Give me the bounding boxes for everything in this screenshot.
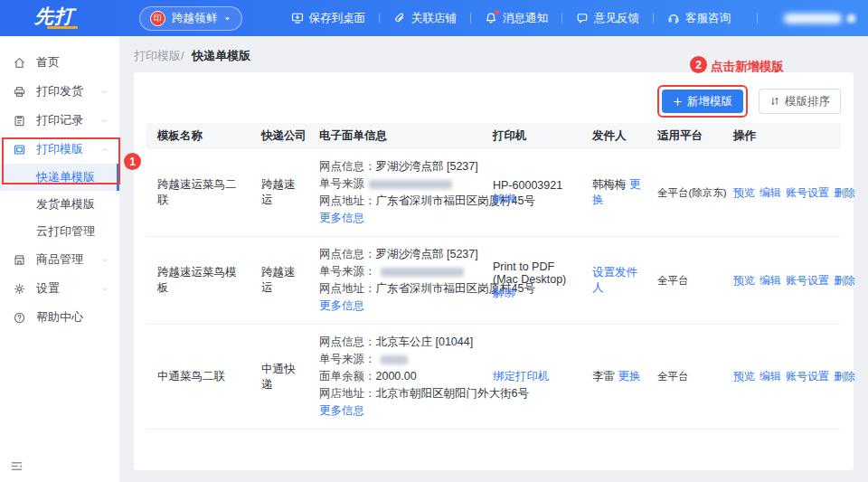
waybill-info: 网点信息：北京车公庄 [01044]单号来源：面单余额：2000.00网店地址：… [308, 334, 482, 420]
unbind-printer-link[interactable]: 解绑 [493, 287, 515, 299]
change-sender-link[interactable]: 更换 [618, 370, 640, 383]
delete-link[interactable]: 删除 [834, 273, 855, 288]
topbar-feedback[interactable]: 意见反馈 [576, 11, 639, 26]
waybill-value: 罗湖沙湾点部 [5237] [376, 246, 478, 263]
delete-link[interactable]: 删除 [834, 369, 855, 384]
main-content: 打印模版/ 快递单模版 新增模版 [119, 36, 868, 482]
sidebar-subitem-express-template[interactable]: 快递单模版 [0, 164, 119, 191]
more-info-link[interactable]: 更多信息 [319, 210, 476, 227]
sidebar-item-help[interactable]: 帮助中心 [0, 303, 119, 332]
account-settings-link[interactable]: 账号设置 [786, 185, 829, 201]
add-template-button[interactable]: 新增模版 [662, 90, 743, 113]
applicable-platform: 全平台 [646, 370, 722, 383]
account-settings-link[interactable]: 账号设置 [786, 369, 829, 384]
row-actions: 预览编辑账号设置删除 [722, 185, 861, 201]
more-info-link[interactable]: 更多信息 [319, 298, 476, 315]
annotation-highlight-box-2: 新增模版 [657, 85, 748, 118]
waybill-line: 网点信息：罗湖沙湾点部 [5237] [319, 158, 476, 175]
waybill-line: 单号来源： [319, 263, 476, 280]
preview-link[interactable]: 预览 [733, 185, 755, 201]
breadcrumb-parent[interactable]: 打印模版/ [134, 49, 184, 62]
printer-name: Print to PDF (Mac Desktop) [493, 260, 566, 286]
unbind-printer-link[interactable]: 解绑 [493, 193, 515, 205]
waybill-line: 单号来源 [319, 175, 476, 193]
home-icon [13, 56, 26, 70]
sidebar-item-label: 打印发货 [36, 83, 100, 99]
shop-selector[interactable]: 印 跨越领鲜 [139, 6, 242, 31]
topbar-notifications[interactable]: 消息通知 [485, 11, 548, 26]
waybill-label: 单号来源 [319, 175, 364, 193]
column-header-0: 模板名称 [146, 128, 250, 144]
shop-seal-icon: 印 [150, 11, 165, 26]
sidebar-item-label: 打印模版 [36, 141, 100, 157]
delete-link[interactable]: 删除 [834, 185, 855, 201]
waybill-value: 北京车公庄 [01044] [376, 334, 474, 351]
templates-table: 模板名称快递公司电子面单信息打印机发件人适用平台操作 跨越速运菜鸟二联跨越速运网… [146, 123, 841, 430]
waybill-label: 网点地址： [319, 193, 376, 210]
topbar-save-desktop[interactable]: 保存到桌面 [291, 11, 366, 26]
sidebar-item-print-records[interactable]: 打印记录 [0, 106, 119, 135]
template-icon [13, 143, 26, 156]
waybill-label: 网点信息： [319, 158, 376, 175]
row-actions: 预览编辑账号设置删除 [722, 273, 861, 288]
account-settings-link[interactable]: 账号设置 [786, 273, 829, 288]
sidebar-subitem-label: 云打印管理 [36, 223, 95, 240]
topbar-link-shop[interactable]: 关联店铺 [393, 11, 457, 26]
logo-underline [47, 26, 78, 29]
sidebar-item-label: 首页 [36, 54, 108, 71]
waybill-label: 网点地址： [319, 280, 376, 298]
sidebar-item-print-templates[interactable]: 打印模版 [0, 135, 119, 164]
topbar-menu: 保存到桌面关联店铺消息通知意见反馈客服咨询 [291, 11, 744, 26]
user-account-redacted[interactable] [784, 14, 842, 24]
printer-name: HP-60003921 [493, 179, 562, 192]
table-body: 跨越速运菜鸟二联跨越速运网点信息：罗湖沙湾点部 [5237]单号来源网点地址：广… [146, 149, 841, 430]
edit-link[interactable]: 编辑 [760, 273, 781, 288]
sort-templates-label: 模版排序 [785, 94, 830, 109]
sidebar-item-settings[interactable]: 设置 [0, 274, 119, 303]
applicable-platform: 全平台 [646, 274, 722, 288]
sidebar-item-print-shipping[interactable]: 打印发货 [0, 77, 119, 106]
sender-cell: 设置发件人 [581, 265, 646, 296]
clipboard-icon [13, 114, 26, 128]
gear-icon [13, 282, 26, 296]
column-header-2: 电子面单信息 [308, 128, 482, 144]
sidebar-item-products[interactable]: 商品管理 [0, 245, 119, 274]
topbar-support-label: 客服咨询 [685, 11, 731, 26]
chevron-down-icon [100, 88, 108, 96]
topbar-support[interactable]: 客服咨询 [667, 11, 731, 26]
waybill-line: 单号来源： [319, 351, 476, 368]
annotation-step-2-badge: 2 [690, 56, 707, 73]
preview-link[interactable]: 预览 [733, 273, 755, 288]
template-list-card: 新增模版 模版排序 模板名称快递公司电子面单信息打印机发件人适用平台操作 跨越速… [134, 72, 854, 470]
bind-printer-link[interactable]: 绑定打印机 [493, 370, 550, 383]
table-row: 跨越速运菜鸟二联跨越速运网点信息：罗湖沙湾点部 [5237]单号来源网点地址：广… [146, 149, 841, 237]
edit-link[interactable]: 编辑 [760, 369, 781, 384]
paperclip-icon [393, 12, 406, 24]
sidebar-subitem-shipping-template[interactable]: 发货单模版 [0, 191, 119, 218]
logo-text: 先打 [34, 7, 119, 25]
user-caret-redacted [847, 14, 855, 23]
waybill-info: 网点信息：罗湖沙湾点部 [5237]单号来源：网点地址：广东省深圳市福田区岗厦村… [308, 246, 482, 315]
edit-link[interactable]: 编辑 [760, 185, 781, 201]
chevron-down-icon [100, 285, 108, 293]
annotation-step-2-text: 点击新增模版 [711, 59, 784, 75]
waybill-label: 网店地址： [319, 385, 376, 402]
preview-link[interactable]: 预览 [733, 369, 755, 384]
sidebar-subitem-cloud-print[interactable]: 云打印管理 [0, 218, 119, 245]
set-sender-link[interactable]: 设置发件人 [592, 266, 637, 294]
template-name: 跨越速运菜鸟二联 [146, 177, 250, 208]
chevron-down-icon [100, 117, 108, 125]
divider [470, 13, 471, 24]
sort-templates-button[interactable]: 模版排序 [759, 89, 841, 114]
sidebar-item-home[interactable]: 首页 [0, 48, 119, 77]
waybill-label: 网点信息： [319, 334, 376, 351]
sidebar-item-label: 商品管理 [36, 251, 100, 268]
plus-icon [673, 97, 683, 107]
collapse-sidebar-icon[interactable] [10, 459, 24, 473]
brand-logo: 先打 [0, 7, 119, 29]
divider [653, 13, 654, 24]
more-info-link[interactable]: 更多信息 [319, 402, 476, 420]
sender-cell: 李雷 更换 [581, 369, 646, 384]
waybill-label: 网点信息： [319, 246, 376, 263]
column-header-6: 操作 [722, 128, 841, 144]
